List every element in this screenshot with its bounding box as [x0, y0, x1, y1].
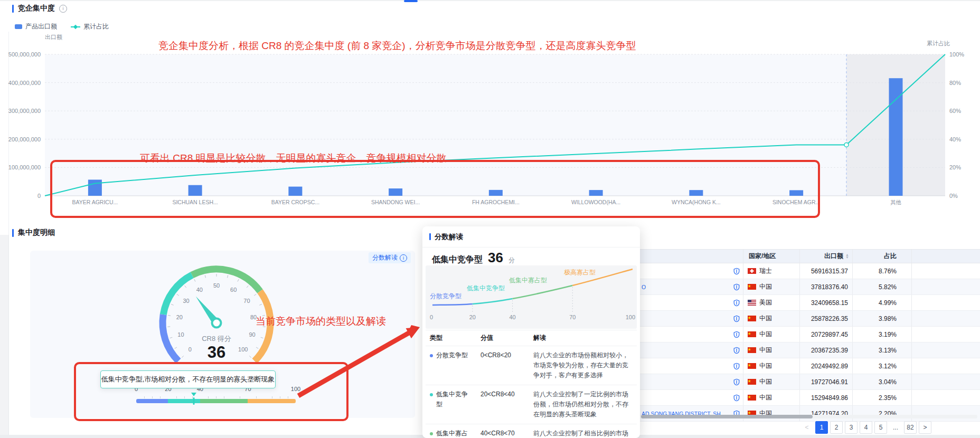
interp-table-row: 低集中竞争型20<CR8<40前八大企业控制了一定比例的市场份额，但市场仍然相对… — [426, 385, 637, 424]
table-row[interactable]: 中国20249492.893.12% — [623, 358, 980, 374]
extra-cell — [912, 406, 980, 421]
table-row[interactable]: AD,SONGJIANG DISTRICT, SHANGHAI CHI...中国… — [623, 406, 980, 422]
company-link[interactable]: O — [642, 284, 646, 290]
competitor-table: 国家/地区出口额▲▼占比瑞士56916315.378.76%O中国3781837… — [623, 249, 980, 422]
type-label: 分散竞争型 — [436, 350, 468, 360]
svg-text:20: 20 — [176, 314, 183, 320]
svg-text:60%: 60% — [949, 108, 961, 114]
band-stop-label: 100 — [291, 386, 300, 392]
bar-swatch-icon — [15, 24, 22, 29]
export-amount: 14271974.20 — [800, 406, 853, 421]
score-number: 36 — [488, 250, 503, 266]
pagination-page-5[interactable]: 5 — [874, 421, 887, 434]
pagination-page-4[interactable]: 4 — [860, 421, 872, 434]
svg-text:0: 0 — [37, 193, 41, 199]
flag-icon-us — [748, 300, 756, 306]
svg-text:40: 40 — [509, 314, 515, 320]
shield-icon[interactable] — [733, 299, 740, 306]
type-dot-icon — [430, 354, 433, 357]
band-tick — [184, 396, 185, 398]
extra-cell — [912, 327, 980, 342]
table-row[interactable]: 中国25878226.353.98% — [623, 311, 980, 327]
pagination-page-1[interactable]: 1 — [815, 421, 828, 434]
bar-FH AGROCHEMI...[interactable] — [489, 190, 503, 196]
score-curve-chart: 0204070100分散竞争型低集中竞争型低集中寡占型极高寡占型 — [426, 265, 637, 329]
band-tick — [152, 396, 153, 398]
score-interpret-link[interactable]: 分数解读 i — [369, 252, 411, 263]
shield-icon[interactable] — [733, 378, 740, 385]
pagination-next[interactable]: > — [919, 421, 931, 434]
curve-segment — [473, 299, 513, 304]
pagination-ellipsis[interactable]: ... — [889, 421, 902, 434]
x-axis-label: BAYER AGRICU... — [72, 199, 118, 205]
shield-icon[interactable] — [733, 283, 740, 290]
table-row[interactable]: 中国19727046.913.04% — [623, 374, 980, 390]
shield-icon[interactable] — [733, 363, 740, 369]
interp-header-cell: 分值 — [476, 330, 529, 346]
legend-cumulative-share[interactable]: 累计占比 — [71, 22, 109, 31]
band-marker-icon[interactable] — [191, 393, 196, 396]
interp-header-cell: 解读 — [529, 330, 633, 346]
band-tick — [208, 396, 209, 398]
bar-SICHUAN LESH...[interactable] — [189, 185, 202, 196]
shield-icon[interactable] — [733, 331, 740, 338]
title-accent-bar — [429, 233, 431, 240]
pagination-prev[interactable]: < — [800, 421, 813, 434]
horizontal-scrollbar-thumb[interactable] — [641, 415, 813, 418]
shield-icon[interactable] — [733, 347, 740, 354]
sort-icon[interactable]: ▲▼ — [845, 254, 849, 259]
dashboard-page: 竞企集中度 i 产品出口额 累计占比 出口额 累计占比 TOP8 其他 500,… — [0, 0, 980, 438]
svg-text:200,000,000: 200,000,000 — [8, 136, 41, 142]
svg-text:40: 40 — [196, 287, 203, 293]
bar-SHANDONG WEI...[interactable] — [389, 188, 402, 196]
flag-icon-cn — [748, 395, 756, 401]
header-export[interactable]: 出口额▲▼ — [800, 250, 853, 263]
country-name: 中国 — [759, 361, 772, 370]
pagination-page-82[interactable]: 82 — [904, 421, 917, 434]
table-row[interactable]: 中国15294849.862.35% — [623, 390, 980, 406]
header-country: 国家/地区 — [743, 250, 800, 263]
share-percent: 3.12% — [853, 358, 912, 374]
score-range: 20<CR8<40 — [476, 385, 529, 424]
table-row[interactable]: 中国20729897.453.19% — [623, 327, 980, 342]
band-tick — [256, 396, 257, 398]
export-amount: 32409658.15 — [800, 295, 853, 310]
extra-cell — [912, 311, 980, 326]
pagination-page-3[interactable]: 3 — [845, 421, 858, 434]
table-header-row: 国家/地区出口额▲▼占比 — [623, 249, 980, 263]
shield-icon[interactable] — [733, 268, 740, 274]
shield-icon[interactable] — [733, 315, 740, 322]
section-concentration-detail: 集中度明细 — [12, 228, 55, 237]
band-marker[interactable] — [193, 397, 194, 405]
legend-export-amount[interactable]: 产品出口额 — [15, 22, 57, 31]
country-name: 中国 — [759, 377, 772, 386]
score-unit: 分 — [508, 256, 515, 265]
header-share: 占比 — [853, 250, 912, 263]
table-row[interactable]: 中国20367235.393.13% — [623, 342, 980, 358]
bar-WYNCA(HONG K...[interactable] — [689, 190, 703, 196]
gauge-score-value: 36 — [180, 343, 253, 362]
export-amount: 56916315.37 — [800, 263, 853, 279]
table-row[interactable]: 瑞士56916315.378.76% — [623, 263, 980, 279]
score-curve-box: 0204070100分散竞争型低集中竞争型低集中寡占型极高寡占型 — [426, 265, 637, 329]
country-name: 中国 — [759, 282, 772, 291]
export-amount: 19727046.91 — [800, 374, 853, 389]
shield-icon[interactable] — [733, 394, 740, 401]
info-icon[interactable]: i — [59, 5, 67, 13]
export-amount: 37818376.40 — [800, 279, 853, 294]
bar-BAYER CROPSC...[interactable] — [288, 187, 302, 196]
score-interpret-popup: 分数解读 低集中竞争型 36 分 0204070100分散竞争型低集中竞争型低集… — [422, 226, 640, 438]
band-segment — [248, 399, 296, 403]
country-name: 中国 — [759, 346, 772, 355]
bar-WILLOWOOD(HA...[interactable] — [589, 190, 603, 196]
table-row[interactable]: 美国32409658.154.99% — [623, 295, 980, 311]
pagination-page-2[interactable]: 2 — [830, 421, 843, 434]
share-percent: 3.98% — [853, 311, 912, 326]
export-amount: 20729897.45 — [800, 327, 853, 342]
annotation-note-middle: 可看出 CR8 明显是比较分散，无明显的寡头竞企，竞争规模相对分散 — [140, 151, 447, 165]
bar-SINOCHEM AGR...[interactable] — [789, 190, 803, 196]
type-label: 低集中寡占型 — [436, 429, 473, 438]
legend-bar-label: 产品出口额 — [25, 22, 57, 31]
table-row[interactable]: O中国37818376.405.82% — [623, 279, 980, 295]
bar-BAYER AGRICU...[interactable] — [88, 179, 102, 196]
